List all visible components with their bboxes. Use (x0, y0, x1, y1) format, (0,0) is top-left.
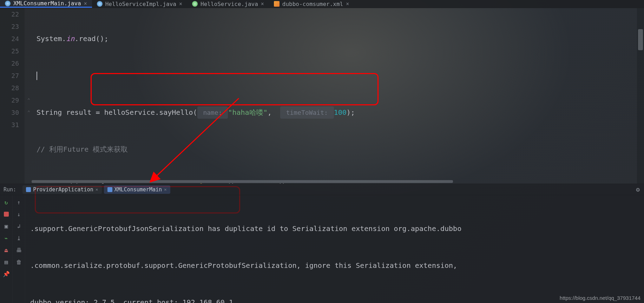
fold-gutter: ⌃ ⌃ (25, 8, 33, 184)
console-line: .support.GenericProtobufJsonSerializatio… (30, 223, 639, 235)
run-tab-label: XMLConsumerMain (114, 186, 162, 193)
java-class-icon (5, 1, 11, 6)
scrollbar-thumb[interactable] (638, 29, 643, 50)
tab-xmlconsumermain[interactable]: XMLConsumerMain.java × (0, 0, 92, 8)
close-icon[interactable]: × (96, 187, 98, 192)
up-icon[interactable]: ↑ (15, 199, 22, 206)
stop-icon[interactable] (3, 211, 10, 218)
java-class-icon (97, 1, 103, 7)
tab-label: dubbo-comsumer.xml (282, 1, 343, 7)
console-line: dubbo version: 2.7.5, current host: 192.… (30, 296, 639, 303)
param-hint: timeToWait: (280, 106, 334, 119)
run-tool-window: Run: ProviderApplication × XMLConsumerMa… (0, 184, 644, 303)
run-tab-providerapplication[interactable]: ProviderApplication × (22, 185, 101, 194)
exit-icon[interactable]: ⏏ (3, 246, 10, 253)
tab-label: XMLConsumerMain.java (13, 0, 81, 7)
rerun-icon[interactable]: ↻ (3, 199, 10, 206)
code-editor[interactable]: 22 23 24 25 26 27 28 29 30 31 ⌃ ⌃ System… (0, 8, 644, 184)
close-icon[interactable]: × (84, 0, 87, 7)
param-hint: name: (197, 106, 228, 119)
scroll-to-end-icon[interactable]: ⤓ (15, 235, 22, 242)
horizontal-scrollbar[interactable] (32, 179, 636, 184)
line-number-gutter: 22 23 24 25 26 27 28 29 30 31 (0, 8, 25, 184)
pin-icon[interactable]: 📌 (3, 270, 10, 277)
scrollbar-thumb[interactable] (32, 180, 453, 183)
editor-tabs: XMLConsumerMain.java × HelloServiceImpl.… (0, 0, 644, 8)
code-area[interactable]: System.in.read(); String result = helloS… (33, 8, 644, 184)
layout-icon[interactable]: ▤ (3, 258, 10, 265)
text-caret (37, 72, 37, 80)
soft-wrap-icon[interactable]: ↲ (15, 223, 22, 230)
close-icon[interactable]: × (346, 1, 349, 7)
tab-helloserviceimpl[interactable]: HelloServiceImpl.java × (92, 0, 187, 8)
run-sidebar-secondary: ↑ ↓ ↲ ⤓ 🖶 🗑 (13, 195, 25, 303)
camera-icon[interactable]: ▣ (3, 223, 10, 230)
application-icon (26, 187, 31, 192)
application-icon (107, 187, 112, 192)
vertical-scrollbar[interactable] (637, 8, 644, 184)
tab-dubbo-consumer-xml[interactable]: dubbo-comsumer.xml × (269, 0, 354, 8)
down-icon[interactable]: ↓ (15, 211, 22, 218)
print-icon[interactable]: 🖶 (15, 246, 22, 253)
fold-collapse-icon[interactable]: ⌃ (25, 94, 33, 106)
tab-helloservice[interactable]: HelloService.java × (187, 0, 269, 8)
close-icon[interactable]: × (261, 1, 264, 7)
gear-icon[interactable]: ⚙ (636, 186, 640, 193)
fold-collapse-icon[interactable]: ⌃ (25, 106, 33, 119)
tab-label: HelloService.java (201, 1, 258, 7)
trash-icon[interactable]: 🗑 (15, 258, 22, 265)
java-interface-icon (192, 1, 198, 7)
bug-icon[interactable]: ⌁ (3, 235, 10, 242)
close-icon[interactable]: × (164, 187, 167, 192)
console-line: .common.serialize.protobuf.support.Gener… (30, 259, 639, 272)
run-tab-xmlconsumermain[interactable]: XMLConsumerMain × (104, 185, 170, 194)
close-icon[interactable]: × (179, 1, 182, 7)
tab-label: HelloServiceImpl.java (105, 1, 176, 7)
console-output[interactable]: .support.GenericProtobufJsonSerializatio… (25, 195, 644, 303)
run-tab-label: ProviderApplication (33, 186, 93, 193)
run-header: Run: ProviderApplication × XMLConsumerMa… (0, 184, 644, 195)
xml-file-icon (274, 1, 280, 7)
run-sidebar-primary: ↻ ▣ ⌁ ⏏ ▤ 📌 (0, 195, 13, 303)
watermark: https://blog.csdn.net/qq_37931744 (560, 295, 640, 301)
run-label: Run: (4, 186, 16, 193)
